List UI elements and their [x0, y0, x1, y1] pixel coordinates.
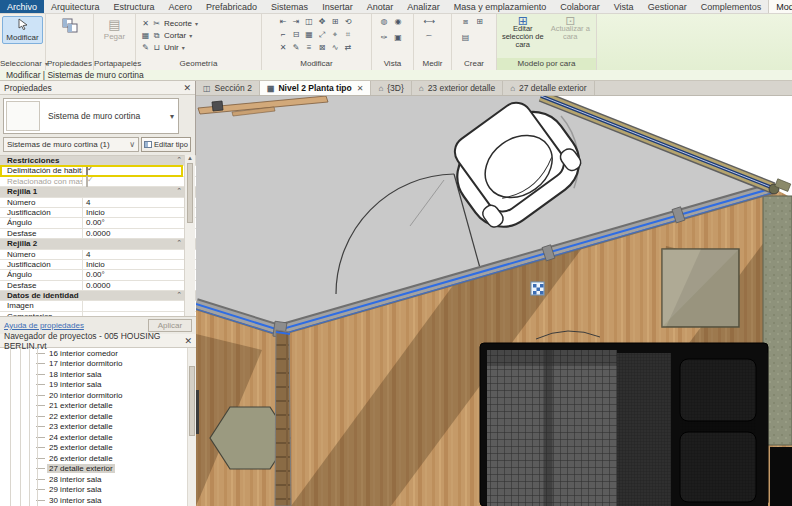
- close-icon[interactable]: ✕: [184, 336, 192, 346]
- property-section-rejilla-1[interactable]: Rejilla 1⌃: [0, 187, 196, 197]
- ribbon-tab-colaborar[interactable]: Colaborar: [553, 0, 607, 13]
- brush-icon[interactable]: ✑: [379, 32, 390, 43]
- property-value[interactable]: 0.00°: [82, 218, 196, 227]
- hide-icon[interactable]: ◉: [393, 16, 404, 27]
- paint-brush-icon[interactable]: ≡: [304, 42, 315, 53]
- ribbon-tab-complementos[interactable]: Complementos: [694, 0, 769, 13]
- join-icon[interactable]: ⊔: [151, 42, 162, 53]
- demolish-icon[interactable]: ✎: [140, 42, 151, 53]
- ribbon-tab-sistemas[interactable]: Sistemas: [264, 0, 315, 13]
- property-value[interactable]: [82, 177, 196, 186]
- view-tab-23-exterior-detalle[interactable]: ⌂23 exterior detalle: [412, 81, 503, 95]
- property-row-desfase[interactable]: Desfase0.0000: [0, 281, 196, 291]
- recorte-button[interactable]: Recorte: [164, 19, 192, 28]
- ribbon-tab-vista[interactable]: Vista: [607, 0, 641, 13]
- property-row-n-mero[interactable]: Número4: [0, 250, 196, 260]
- trim-extend-icon[interactable]: ⌐: [278, 29, 289, 40]
- property-row-justificaci-n[interactable]: JustificaciónInicio: [0, 260, 196, 270]
- properties-scrollbar[interactable]: ▲: [184, 155, 195, 316]
- overrides-icon[interactable]: ▣: [393, 32, 404, 43]
- view-tab-27-detalle-exterior[interactable]: ⌂27 detalle exterior: [503, 81, 594, 95]
- ribbon-tab-archivo[interactable]: Archivo: [0, 0, 44, 13]
- line-icon[interactable]: ∿: [330, 42, 341, 53]
- paste-button[interactable]: ▤ Pegar: [100, 16, 129, 43]
- trim-icon[interactable]: ✂: [151, 18, 162, 29]
- property-value[interactable]: 0.0000: [82, 281, 196, 290]
- view-tab-nivel-2-planta-tipo[interactable]: ▦Nivel 2 Planta tipo✕: [260, 81, 371, 95]
- scroll-up-icon[interactable]: ▲: [185, 155, 195, 161]
- ribbon-tab-prefabricado[interactable]: Prefabricado: [199, 0, 264, 13]
- close-icon[interactable]: ✕: [357, 84, 364, 93]
- cortar-button[interactable]: Cortar: [164, 31, 186, 40]
- move-icon[interactable]: ✥: [317, 16, 328, 27]
- property-section-datos-de-identidad[interactable]: Datos de identidad⌃: [0, 291, 196, 301]
- browser-scrollbar[interactable]: [187, 348, 196, 506]
- ribbon-tab-analizar[interactable]: Analizar: [400, 0, 447, 13]
- ribbon-tab-gestionar[interactable]: Gestionar: [641, 0, 694, 13]
- project-browser-header[interactable]: Navegador de proyectos - 005 HOUSING BER…: [0, 334, 196, 348]
- create-similar-icon[interactable]: ⊞: [474, 16, 485, 27]
- angle-dim-icon[interactable]: ⌒: [424, 34, 435, 45]
- property-row-delimitaci-n-de-habitaci-n[interactable]: Delimitación de habitación: [0, 166, 196, 176]
- delete-geometry-icon[interactable]: ✕: [140, 18, 151, 29]
- properties-toggle-button[interactable]: [58, 16, 82, 38]
- ribbon-tab-acero[interactable]: Acero: [162, 0, 200, 13]
- copy-icon[interactable]: ⊞: [330, 16, 341, 27]
- delete-icon[interactable]: ✕: [278, 42, 289, 53]
- properties-help-link[interactable]: Ayuda de propiedades: [4, 321, 84, 330]
- close-icon[interactable]: ✕: [183, 83, 191, 93]
- bulb-icon[interactable]: ◍: [379, 16, 390, 27]
- property-row-relacionado-con-masa[interactable]: Relacionado con masa: [0, 177, 196, 187]
- panel-caption-seleccionar[interactable]: Seleccionar ▾: [0, 58, 45, 70]
- view-tab-secci-n-2[interactable]: ◫Sección 2: [196, 81, 260, 95]
- cut-icon[interactable]: ⧉: [151, 30, 162, 41]
- ribbon-tab-masa-y-emplazamiento[interactable]: Masa y emplazamiento: [447, 0, 554, 13]
- ribbon-tab-modificar-sistemas-de-muro-cortina[interactable]: Modificar | Sistemas de muro cortina: [768, 0, 792, 13]
- scrollbar-thumb[interactable]: [189, 366, 195, 436]
- property-value[interactable]: [82, 166, 196, 175]
- match-icon[interactable]: ✎: [291, 42, 302, 53]
- create-group-icon[interactable]: ⧈: [460, 16, 471, 27]
- pin-icon[interactable]: ⌖: [330, 29, 341, 40]
- offset-icon[interactable]: ⇥: [291, 16, 302, 27]
- side-table[interactable]: [662, 249, 739, 327]
- ribbon-tab-arquitectura[interactable]: Arquitectura: [44, 0, 107, 13]
- paint-icon[interactable]: ▦: [140, 30, 151, 41]
- measure-icon[interactable]: ⟷: [424, 16, 435, 27]
- property-row-imagen[interactable]: Imagen: [0, 301, 196, 311]
- assembly-icon[interactable]: ▤: [460, 32, 471, 43]
- split-icon[interactable]: ⊟: [291, 29, 302, 40]
- drawing-area[interactable]: [196, 96, 792, 506]
- property-value[interactable]: 0.0000: [82, 229, 196, 238]
- property-value[interactable]: 0.00°: [82, 270, 196, 279]
- property-row-desfase[interactable]: Desfase0.0000: [0, 229, 196, 239]
- property-value[interactable]: Inicio: [82, 260, 196, 269]
- edit-face-selection-button[interactable]: ⊞ Editar selección de cara: [500, 16, 546, 49]
- property-value[interactable]: Inicio: [82, 208, 196, 217]
- scrollbar-thumb[interactable]: [187, 163, 193, 223]
- ribbon-tab-anotar[interactable]: Anotar: [360, 0, 401, 13]
- property-row-ngulo[interactable]: Ángulo0.00°: [0, 270, 196, 280]
- level-icon[interactable]: ⇄: [343, 42, 354, 53]
- bed[interactable]: [480, 331, 792, 506]
- ribbon-tab-estructura[interactable]: Estructura: [107, 0, 162, 13]
- modify-button[interactable]: Modificar: [2, 16, 42, 44]
- property-value[interactable]: 4: [82, 198, 196, 207]
- property-value[interactable]: 4: [82, 250, 196, 259]
- property-row-ngulo[interactable]: Ángulo0.00°: [0, 218, 196, 228]
- array-icon[interactable]: ▦: [304, 29, 315, 40]
- unir-button[interactable]: Unir: [164, 43, 179, 52]
- unpin-icon[interactable]: ⌗: [343, 29, 354, 40]
- ribbon-tab-insertar[interactable]: Insertar: [315, 0, 360, 13]
- wall-join-icon[interactable]: ⊠: [317, 42, 328, 53]
- property-section-rejilla-2[interactable]: Rejilla 2⌃: [0, 239, 196, 249]
- type-selector[interactable]: Sistema de muro cortina ▾: [3, 98, 179, 134]
- property-row-justificaci-n[interactable]: JustificaciónInicio: [0, 208, 196, 218]
- selection-filter-dropdown[interactable]: Sistemas de muro cortina (1) ∨: [3, 137, 139, 152]
- property-section-restricciones[interactable]: Restricciones⌃: [0, 156, 196, 166]
- mirror-icon[interactable]: ◫: [304, 16, 315, 27]
- property-value[interactable]: [82, 301, 196, 310]
- edit-type-button[interactable]: Editar tipo: [141, 137, 191, 152]
- rotate-icon[interactable]: ⟲: [343, 16, 354, 27]
- align-icon[interactable]: ⇤: [278, 16, 289, 27]
